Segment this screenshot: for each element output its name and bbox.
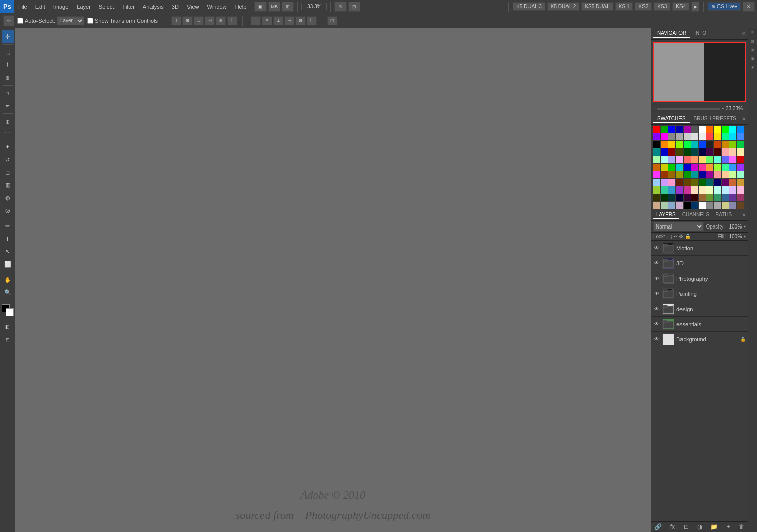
swatch-94[interactable] xyxy=(729,179,736,186)
swatch-88[interactable] xyxy=(684,179,691,186)
swatch-35[interactable] xyxy=(737,141,744,148)
swatch-13[interactable] xyxy=(661,133,668,140)
swatch-105[interactable] xyxy=(722,186,729,194)
swatch-29[interactable] xyxy=(691,141,698,148)
screen-mode-btn-tool[interactable]: ⊡ xyxy=(2,334,14,346)
swatch-1[interactable] xyxy=(661,126,668,133)
swatch-77[interactable] xyxy=(691,171,698,178)
workspace-ks5dual[interactable]: KS5 DUAL xyxy=(581,2,613,11)
swatch-121[interactable] xyxy=(661,202,668,209)
swatches-tab[interactable]: SWATCHES xyxy=(653,115,690,123)
swatch-82[interactable] xyxy=(729,171,736,178)
lock-transparent-icon[interactable]: ⬚ xyxy=(667,234,672,239)
swatch-31[interactable] xyxy=(706,141,713,148)
swatch-89[interactable] xyxy=(691,179,698,186)
layer-visibility-2[interactable]: 👁 xyxy=(653,275,660,282)
lock-move-icon[interactable]: ✛ xyxy=(679,234,683,239)
swatch-128[interactable] xyxy=(714,202,721,209)
dist-hc-btn[interactable]: ⊟ xyxy=(295,16,306,25)
layer-visibility-4[interactable]: 👁 xyxy=(653,306,660,313)
panel-strip-icon-3[interactable]: ⊞ xyxy=(751,48,754,52)
swatch-100[interactable] xyxy=(684,186,691,194)
swatch-71[interactable] xyxy=(737,164,744,171)
swatch-69[interactable] xyxy=(722,164,729,171)
swatch-130[interactable] xyxy=(729,202,736,209)
swatch-74[interactable] xyxy=(668,171,675,178)
swatch-27[interactable] xyxy=(676,141,683,148)
menu-view[interactable]: View xyxy=(183,0,203,13)
swatch-120[interactable] xyxy=(653,202,660,209)
swatch-45[interactable] xyxy=(722,148,729,156)
swatch-98[interactable] xyxy=(668,186,675,194)
crop-tool[interactable]: ⌗ xyxy=(2,87,14,99)
swatch-55[interactable] xyxy=(706,156,713,163)
link-layers-btn[interactable]: 🔗 xyxy=(654,523,662,530)
close-btn[interactable]: ✕ xyxy=(743,2,755,12)
swatch-126[interactable] xyxy=(699,202,706,209)
quick-select-tool[interactable]: ⊛ xyxy=(2,71,14,84)
swatch-40[interactable] xyxy=(684,148,691,156)
swatch-61[interactable] xyxy=(661,164,668,171)
swatch-5[interactable] xyxy=(691,126,698,133)
swatches-close-btn[interactable]: ✕ xyxy=(742,116,746,122)
swatch-54[interactable] xyxy=(699,156,706,163)
swatch-125[interactable] xyxy=(691,202,698,209)
swatch-86[interactable] xyxy=(668,179,675,186)
swatch-57[interactable] xyxy=(722,156,729,163)
swatch-131[interactable] xyxy=(737,202,744,209)
layers-tab[interactable]: LAYERS xyxy=(653,211,679,219)
swatch-12[interactable] xyxy=(653,133,660,140)
swatch-56[interactable] xyxy=(714,156,721,163)
swatch-129[interactable] xyxy=(722,202,729,209)
swatch-127[interactable] xyxy=(706,202,713,209)
swatch-26[interactable] xyxy=(668,141,675,148)
swatch-115[interactable] xyxy=(706,194,713,201)
layer-visibility-6[interactable]: 👁 xyxy=(653,336,660,343)
layer-visibility-5[interactable]: 👁 xyxy=(653,321,660,328)
swatch-84[interactable] xyxy=(653,179,660,186)
swatch-22[interactable] xyxy=(729,133,736,140)
workspace-ks2[interactable]: KS2 xyxy=(635,2,652,11)
swatch-25[interactable] xyxy=(661,141,668,148)
swatch-62[interactable] xyxy=(668,164,675,171)
swatch-24[interactable] xyxy=(653,141,660,148)
swatch-16[interactable] xyxy=(684,133,691,140)
swatch-70[interactable] xyxy=(729,164,736,171)
blend-mode-select[interactable]: Normal Dissolve Multiply xyxy=(653,222,704,231)
swatch-28[interactable] xyxy=(684,141,691,148)
lasso-tool[interactable]: ⌇ xyxy=(2,59,14,71)
pen-tool[interactable]: ✏ xyxy=(2,220,14,232)
swatch-38[interactable] xyxy=(668,148,675,156)
nav-zoom-slider[interactable] xyxy=(657,108,720,110)
layer-row-essentials[interactable]: 👁essentials xyxy=(651,317,748,332)
swatch-116[interactable] xyxy=(714,194,721,201)
swatch-64[interactable] xyxy=(684,164,691,171)
zoom-in-icon[interactable]: + xyxy=(722,106,724,111)
gradient-tool[interactable]: ▥ xyxy=(2,179,14,191)
swatch-58[interactable] xyxy=(729,156,736,163)
swatch-6[interactable] xyxy=(699,126,706,133)
document-mode-btn[interactable]: ▣ xyxy=(254,2,267,12)
swatch-97[interactable] xyxy=(661,186,668,194)
swatch-104[interactable] xyxy=(714,186,721,194)
panel-strip-icon-5[interactable]: ◈ xyxy=(751,65,754,69)
menu-3d[interactable]: 3D xyxy=(168,0,183,13)
menu-layer[interactable]: Layer xyxy=(72,0,95,13)
swatch-33[interactable] xyxy=(722,141,729,148)
swatch-39[interactable] xyxy=(676,148,683,156)
layers-close-btn[interactable]: ✕ xyxy=(742,212,746,218)
swatch-23[interactable] xyxy=(737,133,744,140)
menu-filter[interactable]: Filter xyxy=(118,0,138,13)
swatch-106[interactable] xyxy=(729,186,736,194)
navigator-tab[interactable]: NAVIGATOR xyxy=(653,29,690,38)
history-brush-tool[interactable]: ↺ xyxy=(2,154,14,166)
swatch-76[interactable] xyxy=(684,171,691,178)
swatch-34[interactable] xyxy=(729,141,736,148)
swatch-72[interactable] xyxy=(653,171,660,178)
auto-select-checkbox[interactable] xyxy=(17,18,23,24)
swatch-96[interactable] xyxy=(653,186,660,194)
layer-visibility-1[interactable]: 👁 xyxy=(653,260,660,267)
swatch-7[interactable] xyxy=(706,126,713,133)
swatch-10[interactable] xyxy=(729,126,736,133)
swatch-30[interactable] xyxy=(699,141,706,148)
